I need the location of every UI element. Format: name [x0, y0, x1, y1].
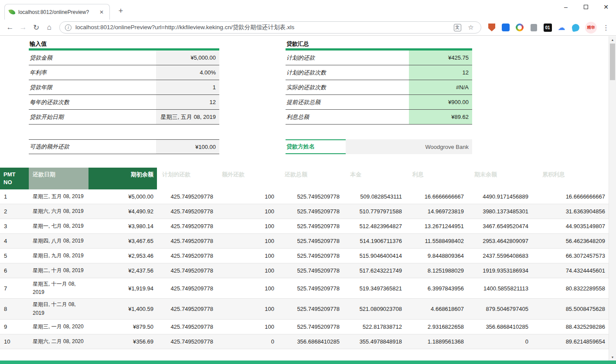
badge-01-extension-icon[interactable]: 01	[542, 22, 553, 33]
forward-icon[interactable]: →	[17, 21, 30, 34]
vertical-scrollbar[interactable]: ▲ ▼	[609, 36, 616, 361]
schedule-cell-begin-balance: ¥3,467.65	[88, 236, 157, 246]
scroll-down-icon[interactable]: ▼	[609, 354, 616, 361]
lender-value: Woodgrove Bank	[346, 139, 472, 154]
schedule-cell-total-payment: 525.7495209778	[278, 322, 343, 332]
cloud-extension-icon[interactable]: ☁	[556, 22, 567, 33]
schedule-cell-cumulative-interest: 31.6363904856	[532, 206, 609, 216]
schedule-cell-extra-payment: 0	[217, 337, 278, 347]
schedule-row: 9 星期三, 一月 08, 2020 ¥879.50 425.749520977…	[0, 320, 609, 334]
browser-menu-icon[interactable]: ⋮	[599, 21, 613, 34]
schedule-cell-extra-payment: 100	[217, 283, 278, 293]
schedule-cell-interest: 11.5588498402	[405, 236, 467, 246]
schedule-cell-interest: 1.1889561368	[405, 337, 467, 347]
schedule-cell-date: 星期日, 十二月 08, 2019	[29, 299, 88, 319]
schedule-cell-begin-balance: ¥5,000.00	[88, 192, 157, 202]
reload-icon[interactable]: ↻	[30, 21, 43, 34]
input-label: 每年的还款次数	[29, 95, 156, 109]
home-icon[interactable]: ⌂	[43, 21, 56, 34]
schedule-cell-extra-payment: 100	[217, 251, 278, 261]
browser-tab[interactable]: localhost:8012/onlinePreview? ✕	[4, 4, 110, 20]
schedule-cell-pmt-no: 4	[0, 236, 29, 246]
amortization-table: PMT NO 还款日期 期初余额 计划的还款 额外还款 还款总额 本金 利息 期…	[0, 168, 609, 349]
schedule-cell-scheduled-payment: 425.7495209778	[157, 221, 217, 231]
header-pmt-no: PMT NO	[0, 168, 29, 189]
schedule-cell-total-payment: 525.7495209778	[278, 266, 343, 276]
summary-label: 利息总额	[286, 110, 409, 124]
schedule-cell-begin-balance: ¥2,953.46	[88, 251, 157, 261]
input-row: 贷款年限 1	[29, 80, 219, 95]
schedule-cell-end-balance: 2953.4642809097	[467, 236, 532, 246]
input-row: 年利率 4.00%	[29, 65, 219, 80]
schedule-cell-extra-payment: 100	[217, 322, 278, 332]
schedule-row: 10 星期六, 二月 08, 2020 ¥356.69 425.74952097…	[0, 334, 609, 349]
shield-extension-icon[interactable]	[487, 22, 497, 33]
translate-icon[interactable]: 文	[453, 23, 462, 32]
minimize-button[interactable]: –	[556, 0, 576, 13]
scrollbar-thumb[interactable]	[610, 44, 615, 80]
lender-label: 贷款方姓名	[286, 139, 346, 154]
schedule-cell-principal: 521.0809023708	[343, 304, 405, 314]
schedule-cell-extra-payment: 100	[217, 236, 278, 246]
schedule-cell-end-balance: 3980.1373485301	[467, 206, 532, 216]
gray-extension-icon[interactable]	[528, 22, 539, 33]
schedule-cell-interest: 16.6666666667	[405, 192, 467, 202]
url-text[interactable]: localhost:8012/onlinePreview?url=http://…	[75, 24, 449, 31]
schedule-cell-cumulative-interest: 16.6666666667	[532, 192, 609, 202]
schedule-cell-principal: 355.4978848918	[343, 337, 405, 347]
schedule-cell-begin-balance: ¥1,919.94	[88, 283, 157, 293]
summary-label: 实际的还款次数	[286, 80, 409, 94]
schedule-cell-interest: 9.8448809364	[405, 251, 467, 261]
summary-row: 计划的还款次数 12	[286, 65, 472, 80]
schedule-cell-end-balance: 2437.5596408683	[467, 251, 532, 261]
schedule-cell-scheduled-payment: 425.7495209778	[157, 192, 217, 202]
schedule-cell-principal: 510.7797971588	[343, 206, 405, 216]
extra-payment-row: 可选的额外还款 ¥100.00	[29, 139, 219, 154]
input-section-title: 输入值	[29, 40, 219, 48]
bird-extension-icon[interactable]	[570, 22, 581, 33]
schedule-cell-date: 星期六, 二月 08, 2020	[29, 336, 88, 347]
schedule-row: 7 星期五, 十一月 08, 2019 ¥1,919.94 425.749520…	[0, 278, 609, 299]
header-end-balance: 期末余额	[467, 168, 532, 189]
summary-row: 实际的还款次数 #N/A	[286, 80, 472, 95]
schedule-cell-scheduled-payment: 425.7495209778	[157, 283, 217, 293]
spreadsheet-preview: 输入值 贷款金额 ¥5,000.00 年利率 4.00% 贷款年限 1 每年的还…	[0, 36, 609, 361]
maximize-button[interactable]	[576, 0, 596, 13]
scroll-up-icon[interactable]: ▲	[609, 36, 616, 43]
input-row: 每年的还款次数 12	[29, 95, 219, 110]
schedule-cell-total-payment: 525.7495209778	[278, 236, 343, 246]
schedule-cell-date: 星期五, 十一月 08, 2019	[29, 278, 88, 298]
schedule-cell-principal: 514.1906711376	[343, 236, 405, 246]
bottom-green-bar	[0, 361, 616, 364]
schedule-cell-end-balance: 1919.9353186934	[467, 266, 532, 276]
schedule-cell-principal: 517.6243221749	[343, 266, 405, 276]
schedule-cell-pmt-no: 7	[0, 283, 29, 293]
input-label: 贷款年限	[29, 80, 156, 94]
page-info-icon[interactable]: i	[65, 24, 71, 31]
schedule-cell-total-payment: 525.7495209778	[278, 221, 343, 231]
header-total-payment: 还款总额	[278, 168, 343, 189]
schedule-cell-date: 星期四, 八月 08, 2019	[29, 235, 88, 247]
schedule-cell-cumulative-interest: 89.6214859654	[532, 337, 609, 347]
address-bar[interactable]: i localhost:8012/onlinePreview?url=http:…	[59, 21, 481, 34]
circle-extension-icon[interactable]	[514, 22, 525, 33]
schedule-row: 1 星期三, 五月 08, 2019 ¥5,000.00 425.7495209…	[0, 189, 609, 204]
summary-value: #N/A	[409, 80, 472, 94]
schedule-cell-cumulative-interest: 66.3072457573	[532, 251, 609, 261]
tab-title: localhost:8012/onlinePreview?	[18, 9, 95, 15]
profile-avatar[interactable]: 精华	[585, 22, 597, 34]
schedule-cell-begin-balance: ¥4,490.92	[88, 206, 157, 216]
bookmark-star-icon[interactable]: ☆	[466, 23, 476, 32]
schedule-cell-end-balance: 0	[467, 337, 532, 347]
schedule-cell-date: 星期日, 九月 08, 2019	[29, 250, 88, 262]
blue-extension-icon[interactable]	[500, 22, 511, 33]
summary-section: 贷款汇总 计划的还款 ¥425.75 计划的还款次数 12 实际的还款次数 #N…	[286, 40, 472, 154]
new-tab-button[interactable]: +	[115, 5, 126, 17]
back-icon[interactable]: ←	[3, 21, 17, 34]
extra-payment-label: 可选的额外还款	[29, 140, 156, 154]
input-value: 1	[156, 80, 219, 94]
tab-close-icon[interactable]: ✕	[98, 9, 105, 15]
summary-label: 提前还款总额	[286, 95, 409, 109]
close-button[interactable]: ✕	[596, 0, 616, 13]
schedule-cell-principal: 519.3497365821	[343, 283, 405, 293]
